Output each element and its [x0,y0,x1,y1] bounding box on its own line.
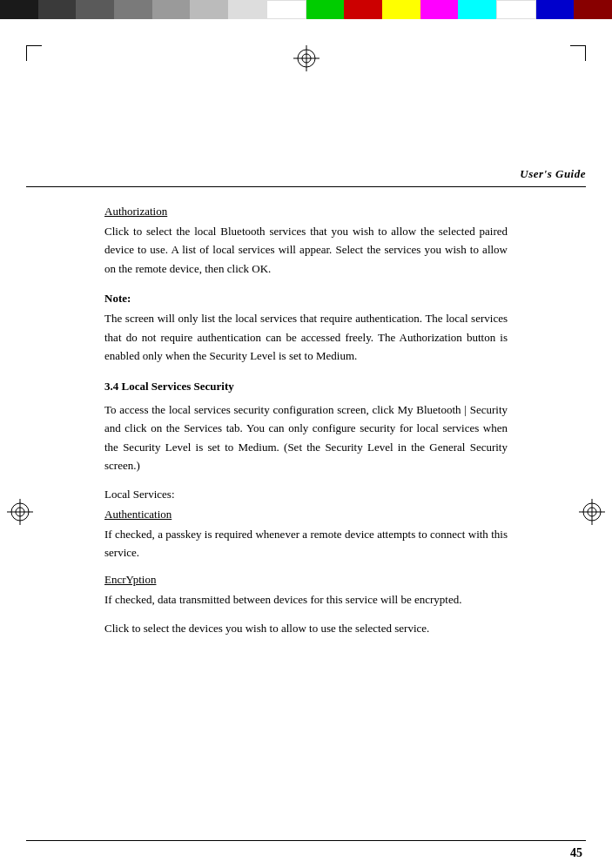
note-body: The screen will only list the local serv… [104,309,508,365]
header-title: User's Guide [26,167,586,181]
page-number: 45 [570,846,582,860]
top-section [0,19,612,98]
authorization-block: Authorization Click to select the local … [104,205,508,278]
top-bar-left [0,0,306,19]
note-label-wrapper: Note: [104,292,508,306]
color-block-4 [114,0,152,19]
footer-content: 45 [26,846,586,860]
encryption-heading-wrapper: EncrYption [104,573,508,587]
authentication-heading: Authentication [104,508,171,521]
corner-mark-top-left [26,45,42,61]
note-block: Note: The screen will only list the loca… [104,292,508,365]
section-34-block: 3.4 Local Services Security To access th… [104,380,508,475]
color-block-3 [76,0,114,19]
color-block-darkred [574,0,612,19]
content-area: Authorization Click to select the local … [26,187,586,840]
color-block-6 [190,0,228,19]
reg-mark-top-center [293,45,319,75]
color-block-magenta [420,0,459,19]
color-block-green [306,0,345,19]
section-34-heading: 3.4 Local Services Security [104,380,508,394]
authentication-body: If checked, a passkey is required whenev… [104,525,508,562]
encryption-block: EncrYption If checked, data transmitted … [104,573,508,609]
authentication-heading-wrapper: Authentication [104,508,508,521]
note-label: Note: [104,292,131,305]
color-block-5 [152,0,191,19]
final-body: Click to select the devices you wish to … [104,619,508,637]
final-block: Click to select the devices you wish to … [104,619,508,637]
page-wrapper: User's Guide Authori [0,0,612,868]
section-34-body: To access the local services security co… [104,400,508,475]
top-bar-right [306,0,613,19]
content-wrapper: Authorization Click to select the local … [0,187,612,840]
local-services-block: Local Services: Authentication If checke… [104,485,508,562]
color-block-white [496,0,536,19]
header-area: User's Guide [26,167,586,187]
color-block-blue [536,0,575,19]
corner-mark-top-right [570,45,586,61]
encryption-heading: EncrYption [104,573,156,586]
color-block-1 [0,0,38,19]
encryption-body: If checked, data transmitted between dev… [104,590,508,609]
color-block-cyan [458,0,496,19]
authorization-body: Click to select the local Bluetooth serv… [104,222,508,278]
bottom-section [0,860,612,868]
authorization-heading: Authorization [104,205,508,219]
footer-area: 45 [26,840,586,860]
local-services-label: Local Services: [104,485,508,503]
color-block-8 [266,0,306,19]
color-block-yellow [382,0,420,19]
top-color-bars [0,0,612,19]
color-block-red [344,0,382,19]
color-block-2 [38,0,77,19]
color-block-7 [228,0,266,19]
